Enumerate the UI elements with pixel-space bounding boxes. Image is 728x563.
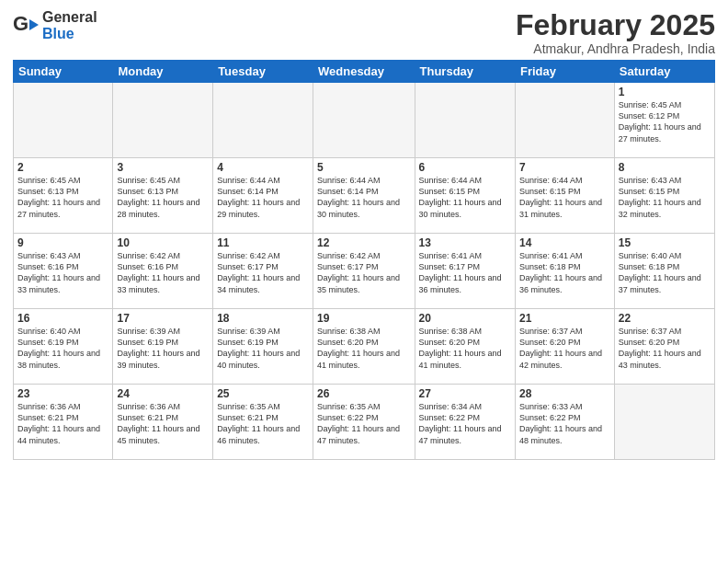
calendar-day-cell: 18Sunrise: 6:39 AM Sunset: 6:19 PM Dayli… xyxy=(213,309,313,385)
weekday-header: Saturday xyxy=(614,61,714,83)
day-info: Sunrise: 6:39 AM Sunset: 6:19 PM Dayligh… xyxy=(117,326,209,371)
day-number: 12 xyxy=(317,236,411,249)
day-info: Sunrise: 6:45 AM Sunset: 6:12 PM Dayligh… xyxy=(619,99,711,144)
day-info: Sunrise: 6:45 AM Sunset: 6:13 PM Dayligh… xyxy=(17,175,108,220)
calendar-day-cell: 10Sunrise: 6:42 AM Sunset: 6:16 PM Dayli… xyxy=(113,234,213,309)
calendar-day-cell: 6Sunrise: 6:44 AM Sunset: 6:15 PM Daylig… xyxy=(415,158,515,234)
day-info: Sunrise: 6:35 AM Sunset: 6:21 PM Dayligh… xyxy=(217,401,309,446)
day-info: Sunrise: 6:36 AM Sunset: 6:21 PM Dayligh… xyxy=(17,401,108,446)
day-info: Sunrise: 6:43 AM Sunset: 6:16 PM Dayligh… xyxy=(17,250,108,295)
day-info: Sunrise: 6:38 AM Sunset: 6:20 PM Dayligh… xyxy=(317,326,411,371)
location: Atmakur, Andhra Pradesh, India xyxy=(516,41,715,56)
calendar-day-cell: 3Sunrise: 6:45 AM Sunset: 6:13 PM Daylig… xyxy=(113,158,213,234)
day-info: Sunrise: 6:40 AM Sunset: 6:18 PM Dayligh… xyxy=(619,250,711,295)
calendar-day-cell: 17Sunrise: 6:39 AM Sunset: 6:19 PM Dayli… xyxy=(113,309,213,385)
day-number: 26 xyxy=(317,387,411,400)
calendar-header-row: SundayMondayTuesdayWednesdayThursdayFrid… xyxy=(14,61,715,83)
calendar-day-cell: 12Sunrise: 6:42 AM Sunset: 6:17 PM Dayli… xyxy=(313,234,415,309)
day-number: 27 xyxy=(419,387,511,400)
day-number: 2 xyxy=(17,161,108,174)
day-number: 1 xyxy=(619,86,711,98)
calendar-week-row: 16Sunrise: 6:40 AM Sunset: 6:19 PM Dayli… xyxy=(14,309,715,385)
day-info: Sunrise: 6:39 AM Sunset: 6:19 PM Dayligh… xyxy=(217,326,309,371)
day-number: 22 xyxy=(619,312,711,325)
day-info: Sunrise: 6:45 AM Sunset: 6:13 PM Dayligh… xyxy=(117,175,209,220)
day-number: 11 xyxy=(217,236,309,249)
title-section: February 2025 Atmakur, Andhra Pradesh, I… xyxy=(516,9,715,56)
day-number: 7 xyxy=(519,161,610,174)
weekday-header: Tuesday xyxy=(213,61,313,83)
calendar-day-cell xyxy=(213,83,313,158)
calendar-day-cell: 4Sunrise: 6:44 AM Sunset: 6:14 PM Daylig… xyxy=(213,158,313,234)
calendar-day-cell: 7Sunrise: 6:44 AM Sunset: 6:15 PM Daylig… xyxy=(515,158,614,234)
header: G General Blue February 2025 Atmakur, An… xyxy=(13,9,715,56)
day-info: Sunrise: 6:40 AM Sunset: 6:19 PM Dayligh… xyxy=(17,326,108,371)
weekday-header: Friday xyxy=(515,61,614,83)
day-number: 28 xyxy=(519,387,610,400)
calendar-week-row: 23Sunrise: 6:36 AM Sunset: 6:21 PM Dayli… xyxy=(14,385,715,460)
day-number: 18 xyxy=(217,312,309,325)
calendar-day-cell: 19Sunrise: 6:38 AM Sunset: 6:20 PM Dayli… xyxy=(313,309,415,385)
day-info: Sunrise: 6:42 AM Sunset: 6:16 PM Dayligh… xyxy=(117,250,209,295)
month-title: February 2025 xyxy=(516,9,715,41)
calendar-day-cell: 22Sunrise: 6:37 AM Sunset: 6:20 PM Dayli… xyxy=(614,309,714,385)
calendar-day-cell: 2Sunrise: 6:45 AM Sunset: 6:13 PM Daylig… xyxy=(14,158,113,234)
calendar-day-cell: 15Sunrise: 6:40 AM Sunset: 6:18 PM Dayli… xyxy=(614,234,714,309)
calendar-day-cell: 11Sunrise: 6:42 AM Sunset: 6:17 PM Dayli… xyxy=(213,234,313,309)
day-info: Sunrise: 6:42 AM Sunset: 6:17 PM Dayligh… xyxy=(317,250,411,295)
calendar-week-row: 2Sunrise: 6:45 AM Sunset: 6:13 PM Daylig… xyxy=(14,158,715,234)
day-info: Sunrise: 6:44 AM Sunset: 6:15 PM Dayligh… xyxy=(419,175,511,220)
calendar-day-cell xyxy=(14,83,113,158)
calendar-day-cell: 23Sunrise: 6:36 AM Sunset: 6:21 PM Dayli… xyxy=(14,385,113,460)
calendar-day-cell: 1Sunrise: 6:45 AM Sunset: 6:12 PM Daylig… xyxy=(614,83,714,158)
day-info: Sunrise: 6:37 AM Sunset: 6:20 PM Dayligh… xyxy=(519,326,610,371)
day-number: 15 xyxy=(619,236,711,249)
calendar-day-cell: 14Sunrise: 6:41 AM Sunset: 6:18 PM Dayli… xyxy=(515,234,614,309)
calendar-day-cell: 28Sunrise: 6:33 AM Sunset: 6:22 PM Dayli… xyxy=(515,385,614,460)
day-number: 24 xyxy=(117,387,209,400)
calendar-day-cell xyxy=(313,83,415,158)
calendar-day-cell: 24Sunrise: 6:36 AM Sunset: 6:21 PM Dayli… xyxy=(113,385,213,460)
day-info: Sunrise: 6:41 AM Sunset: 6:18 PM Dayligh… xyxy=(519,250,610,295)
weekday-header: Monday xyxy=(113,61,213,83)
day-number: 16 xyxy=(17,312,108,325)
day-number: 6 xyxy=(419,161,511,174)
day-info: Sunrise: 6:44 AM Sunset: 6:14 PM Dayligh… xyxy=(217,175,309,220)
calendar-day-cell: 5Sunrise: 6:44 AM Sunset: 6:14 PM Daylig… xyxy=(313,158,415,234)
day-number: 4 xyxy=(217,161,309,174)
day-number: 10 xyxy=(117,236,209,249)
day-info: Sunrise: 6:33 AM Sunset: 6:22 PM Dayligh… xyxy=(519,401,610,446)
calendar-day-cell: 26Sunrise: 6:35 AM Sunset: 6:22 PM Dayli… xyxy=(313,385,415,460)
logo-general: General xyxy=(42,9,97,26)
logo-text: General Blue xyxy=(42,9,97,41)
page: G General Blue February 2025 Atmakur, An… xyxy=(0,0,728,563)
calendar-day-cell: 9Sunrise: 6:43 AM Sunset: 6:16 PM Daylig… xyxy=(14,234,113,309)
day-number: 25 xyxy=(217,387,309,400)
logo: G General Blue xyxy=(13,9,97,41)
day-info: Sunrise: 6:43 AM Sunset: 6:15 PM Dayligh… xyxy=(619,175,711,220)
calendar-day-cell: 25Sunrise: 6:35 AM Sunset: 6:21 PM Dayli… xyxy=(213,385,313,460)
calendar-day-cell: 8Sunrise: 6:43 AM Sunset: 6:15 PM Daylig… xyxy=(614,158,714,234)
weekday-header: Wednesday xyxy=(313,61,415,83)
calendar-week-row: 9Sunrise: 6:43 AM Sunset: 6:16 PM Daylig… xyxy=(14,234,715,309)
day-number: 21 xyxy=(519,312,610,325)
day-number: 5 xyxy=(317,161,411,174)
day-number: 3 xyxy=(117,161,209,174)
calendar-day-cell xyxy=(614,385,714,460)
day-info: Sunrise: 6:34 AM Sunset: 6:22 PM Dayligh… xyxy=(419,401,511,446)
calendar-day-cell xyxy=(515,83,614,158)
day-info: Sunrise: 6:36 AM Sunset: 6:21 PM Dayligh… xyxy=(117,401,209,446)
day-info: Sunrise: 6:42 AM Sunset: 6:17 PM Dayligh… xyxy=(217,250,309,295)
day-number: 19 xyxy=(317,312,411,325)
day-number: 8 xyxy=(619,161,711,174)
calendar-day-cell xyxy=(415,83,515,158)
day-number: 9 xyxy=(17,236,108,249)
weekday-header: Thursday xyxy=(415,61,515,83)
calendar-day-cell: 20Sunrise: 6:38 AM Sunset: 6:20 PM Dayli… xyxy=(415,309,515,385)
calendar-day-cell: 16Sunrise: 6:40 AM Sunset: 6:19 PM Dayli… xyxy=(14,309,113,385)
day-number: 13 xyxy=(419,236,511,249)
calendar-table: SundayMondayTuesdayWednesdayThursdayFrid… xyxy=(13,60,715,460)
day-info: Sunrise: 6:35 AM Sunset: 6:22 PM Dayligh… xyxy=(317,401,411,446)
day-number: 20 xyxy=(419,312,511,325)
day-number: 14 xyxy=(519,236,610,249)
